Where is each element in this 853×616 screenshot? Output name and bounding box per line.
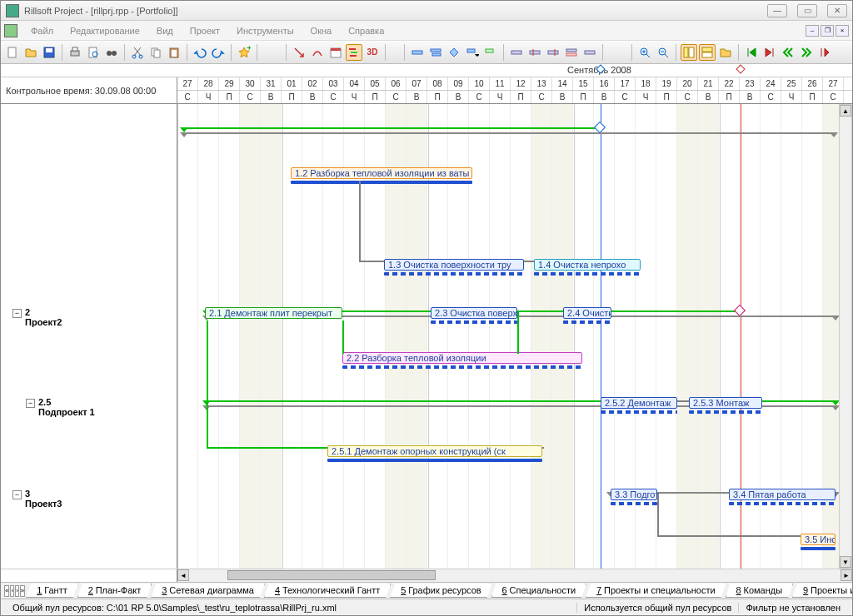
mdi-minimize[interactable]: – (806, 25, 819, 37)
taskC-icon[interactable] (545, 44, 561, 61)
task-sub-icon[interactable] (427, 44, 444, 61)
horizontal-scrollbar[interactable]: ◄ ► (177, 569, 852, 582)
binoculars-icon[interactable] (103, 44, 120, 61)
svg-rect-27 (530, 51, 540, 54)
tab-tech-gantt[interactable]: 4 Технологический Гантт (264, 584, 391, 598)
maximize-button[interactable]: ▭ (797, 4, 817, 17)
tab-nav-last-icon[interactable]: » (20, 585, 25, 597)
panelB-icon[interactable] (699, 44, 716, 61)
svg-rect-37 (702, 52, 712, 57)
minimize-button[interactable]: — (767, 4, 787, 17)
menu-tools[interactable]: Инструменты (230, 23, 301, 38)
menu-project[interactable]: Проект (183, 23, 227, 38)
view-tabs: « ‹ › » 1 Гантт 2 План-Факт 3 Сетевая ди… (1, 582, 852, 599)
preview-icon[interactable] (85, 44, 102, 61)
shift-right-icon[interactable] (798, 44, 815, 61)
goto-start-icon[interactable] (743, 44, 760, 61)
menu-file[interactable]: Файл (24, 23, 60, 38)
tab-teams[interactable]: 8 Команды (726, 584, 794, 598)
menubar: Файл Редактирование Вид Проект Инструмен… (1, 21, 852, 41)
collapse-icon[interactable]: − (12, 490, 22, 499)
dropdown2-icon[interactable] (482, 44, 499, 61)
task-1-3[interactable]: 1.3 Очистка поверхности тру (384, 259, 524, 271)
task-1-4[interactable]: 1.4 Очистка непрохо (534, 259, 641, 271)
open-icon[interactable] (22, 44, 39, 61)
menu-help[interactable]: Справка (342, 23, 391, 38)
redo-icon[interactable] (210, 44, 227, 61)
svg-rect-12 (154, 50, 160, 57)
task-2-5-2[interactable]: 2.5.2 Демонтаж (601, 397, 677, 409)
undo-icon[interactable] (192, 44, 208, 61)
progress-3-4 (729, 502, 836, 505)
tab-gantt[interactable]: 1 Гантт (26, 584, 78, 598)
dropdown1-icon[interactable] (464, 44, 481, 61)
shift-left-icon[interactable] (780, 44, 796, 61)
scroll-thumb[interactable] (227, 570, 436, 580)
milestone-icon[interactable] (446, 44, 462, 61)
scroll-right-icon[interactable]: ► (841, 569, 852, 581)
vertical-scrollbar[interactable]: ▲ ▼ (839, 104, 852, 569)
tab-nav-prev-icon[interactable]: ‹ (10, 585, 14, 597)
task-2-1[interactable]: 2.1 Демонтаж плит перекрыт (205, 307, 342, 319)
tab-resource-chart[interactable]: 5 График ресурсов (390, 584, 491, 598)
new-icon[interactable] (4, 44, 21, 61)
collapse-icon[interactable]: − (26, 399, 35, 408)
taskA-icon[interactable] (508, 44, 525, 61)
task-3-4[interactable]: 3.4 Пятая работа (729, 489, 836, 500)
collapse-icon[interactable]: − (12, 309, 22, 318)
zoom-in-icon[interactable] (636, 44, 653, 61)
tab-nav-first-icon[interactable]: « (4, 585, 9, 597)
folder-icon[interactable] (717, 44, 734, 61)
copy-icon[interactable] (147, 44, 164, 61)
menu-windows[interactable]: Окна (304, 23, 339, 38)
tab-specialties[interactable]: 6 Специальности (491, 584, 587, 598)
svg-rect-24 (467, 49, 475, 52)
link-curve-icon[interactable] (309, 44, 326, 61)
task-2-5-3[interactable]: 2.5.3 Монтаж (689, 397, 762, 409)
tab-nav-next-icon[interactable]: › (15, 585, 19, 597)
tab-projects-specialties[interactable]: 7 Проекты и специальности (586, 584, 726, 598)
close-button[interactable]: ✕ (827, 4, 847, 17)
menu-view[interactable]: Вид (150, 23, 180, 38)
scroll-left-icon[interactable]: ◄ (177, 569, 189, 581)
tab-projects-teams[interactable]: 9 Проекты и коман (792, 584, 852, 598)
tree-project3[interactable]: − 3Проект3 (12, 489, 62, 509)
task-2-4[interactable]: 2.4 Очистк (563, 307, 611, 319)
link-down-icon[interactable] (291, 44, 307, 61)
days-header: 2728293031010203040506070809101112131415… (177, 77, 852, 103)
cut-icon[interactable] (129, 44, 146, 61)
zoom-out-icon[interactable] (655, 44, 671, 61)
panelA-icon[interactable] (681, 44, 697, 61)
task-2-2[interactable]: 2.2 Разборка тепловой изоляции (342, 352, 582, 364)
task-3-3[interactable]: 3.3 Подгот (611, 489, 657, 500)
goto-now-icon[interactable] (816, 44, 833, 61)
task-3-5[interactable]: 3.5 Инс (801, 534, 836, 545)
gantt-toggle-icon[interactable] (346, 44, 362, 61)
task-2-3[interactable]: 2.3 Очистка поверх (431, 307, 517, 319)
scroll-up-icon[interactable]: ▲ (840, 105, 851, 117)
mdi-close[interactable]: × (836, 25, 849, 37)
task-1-2[interactable]: 1.2 Разборка тепловой изоляции из ваты м… (291, 167, 472, 179)
add-icon[interactable]: + (236, 44, 252, 61)
svg-rect-28 (548, 51, 558, 54)
calendar-icon[interactable] (327, 44, 344, 61)
taskE-icon[interactable] (581, 44, 598, 61)
tree-subproject[interactable]: − 2.5Подпроект 1 (26, 397, 95, 417)
taskB-icon[interactable] (526, 44, 543, 61)
3d-icon[interactable]: 3D (364, 44, 381, 61)
task-2-5-1[interactable]: 2.5.1 Демонтаж опорных конструкций (ск (327, 445, 542, 457)
menu-edit[interactable]: Редактирование (63, 23, 147, 38)
paste-icon[interactable] (166, 44, 182, 61)
tab-network[interactable]: 3 Сетевая диаграмма (151, 584, 265, 598)
scroll-down-icon[interactable]: ▼ (840, 556, 851, 568)
mdi-restore[interactable]: ❐ (821, 25, 834, 37)
save-icon[interactable] (41, 44, 57, 61)
goto-end-icon[interactable] (761, 44, 778, 61)
taskD-icon[interactable] (563, 44, 580, 61)
task-add-icon[interactable] (409, 44, 426, 61)
tree-project2[interactable]: − 2Проект2 (12, 307, 62, 327)
today-line (601, 104, 601, 569)
tab-plan-fact[interactable]: 2 План-Факт (77, 584, 152, 598)
print-icon[interactable] (67, 44, 83, 61)
gantt-chart[interactable]: 1.2 Разборка тепловой изоляции из ваты м… (177, 104, 852, 569)
